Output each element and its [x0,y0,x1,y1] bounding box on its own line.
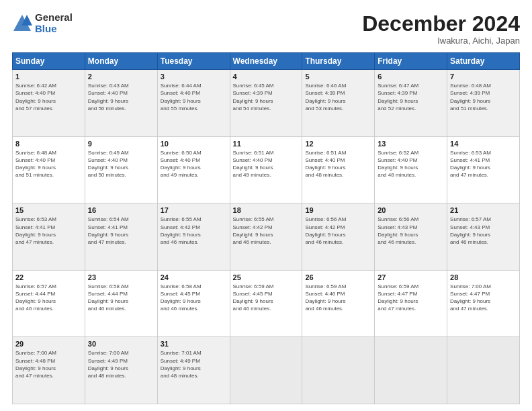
day-number: 3 [161,73,227,81]
day-number: 30 [88,340,154,348]
day-number: 2 [88,73,154,81]
day-number: 29 [15,340,82,348]
logo-general: General [35,12,73,24]
day-number: 20 [378,206,444,214]
col-tuesday: Tuesday [157,53,230,70]
month-title: December 2024 [362,12,520,36]
day-info: Sunrise: 6:51 AM Sunset: 4:40 PM Dayligh… [233,149,300,179]
day-info: Sunrise: 6:52 AM Sunset: 4:40 PM Dayligh… [378,149,444,179]
day-number: 16 [88,206,154,214]
day-info: Sunrise: 6:46 AM Sunset: 4:39 PM Dayligh… [305,82,371,112]
day-info: Sunrise: 6:51 AM Sunset: 4:40 PM Dayligh… [305,149,371,179]
day-number: 21 [450,206,517,214]
day-number: 24 [161,273,227,281]
day-number: 27 [378,273,444,281]
logo: General Blue [12,12,73,34]
day-number: 23 [88,273,154,281]
day-number: 12 [305,140,371,148]
day-info: Sunrise: 6:55 AM Sunset: 4:42 PM Dayligh… [161,216,227,246]
day-number: 1 [15,73,82,81]
day-info: Sunrise: 7:00 AM Sunset: 4:49 PM Dayligh… [88,349,154,379]
day-info: Sunrise: 6:56 AM Sunset: 4:42 PM Dayligh… [305,216,371,246]
day-info: Sunrise: 6:53 AM Sunset: 4:41 PM Dayligh… [15,216,82,246]
logo-text: General Blue [35,12,73,34]
day-info: Sunrise: 6:55 AM Sunset: 4:42 PM Dayligh… [233,216,300,246]
day-info: Sunrise: 6:48 AM Sunset: 4:40 PM Dayligh… [15,149,82,179]
day-info: Sunrise: 6:53 AM Sunset: 4:41 PM Dayligh… [450,149,517,179]
table-row: 31Sunrise: 7:01 AM Sunset: 4:49 PM Dayli… [157,337,230,404]
table-row: 19Sunrise: 6:56 AM Sunset: 4:42 PM Dayli… [302,203,375,271]
table-row: 30Sunrise: 7:00 AM Sunset: 4:49 PM Dayli… [85,337,157,404]
table-row: 28Sunrise: 7:00 AM Sunset: 4:47 PM Dayli… [447,270,520,337]
table-row: 18Sunrise: 6:55 AM Sunset: 4:42 PM Dayli… [230,203,302,271]
day-info: Sunrise: 6:59 AM Sunset: 4:45 PM Dayligh… [233,283,300,313]
table-row: 24Sunrise: 6:58 AM Sunset: 4:45 PM Dayli… [157,270,230,337]
day-info: Sunrise: 6:56 AM Sunset: 4:43 PM Dayligh… [378,216,444,246]
col-thursday: Thursday [302,53,375,70]
day-number: 10 [161,140,227,148]
calendar-row: 29Sunrise: 7:00 AM Sunset: 4:48 PM Dayli… [13,337,520,404]
col-friday: Friday [375,53,447,70]
day-number: 18 [233,206,300,214]
day-info: Sunrise: 6:42 AM Sunset: 4:40 PM Dayligh… [15,82,82,112]
table-row: 14Sunrise: 6:53 AM Sunset: 4:41 PM Dayli… [447,136,520,203]
day-number: 19 [305,206,371,214]
table-row: 15Sunrise: 6:53 AM Sunset: 4:41 PM Dayli… [13,203,85,271]
day-info: Sunrise: 6:54 AM Sunset: 4:41 PM Dayligh… [88,216,154,246]
day-info: Sunrise: 7:01 AM Sunset: 4:49 PM Dayligh… [161,349,227,379]
day-number: 25 [233,273,300,281]
col-wednesday: Wednesday [230,53,302,70]
table-row: 23Sunrise: 6:58 AM Sunset: 4:44 PM Dayli… [85,270,157,337]
day-number: 4 [233,73,300,81]
day-info: Sunrise: 7:00 AM Sunset: 4:47 PM Dayligh… [450,283,517,313]
table-row: 17Sunrise: 6:55 AM Sunset: 4:42 PM Dayli… [157,203,230,271]
day-number: 15 [15,206,82,214]
day-number: 26 [305,273,371,281]
day-info: Sunrise: 6:59 AM Sunset: 4:47 PM Dayligh… [378,283,444,313]
day-info: Sunrise: 6:45 AM Sunset: 4:39 PM Dayligh… [233,82,300,112]
table-row: 4Sunrise: 6:45 AM Sunset: 4:39 PM Daylig… [230,70,302,137]
calendar-table: Sunday Monday Tuesday Wednesday Thursday… [12,52,520,404]
day-number: 5 [305,73,371,81]
day-info: Sunrise: 7:00 AM Sunset: 4:48 PM Dayligh… [15,349,82,379]
title-block: December 2024 Iwakura, Aichi, Japan [362,12,520,46]
location-subtitle: Iwakura, Aichi, Japan [362,36,520,46]
table-row [375,337,447,404]
table-row: 1Sunrise: 6:42 AM Sunset: 4:40 PM Daylig… [13,70,85,137]
day-info: Sunrise: 6:49 AM Sunset: 4:40 PM Dayligh… [88,149,154,179]
day-number: 28 [450,273,517,281]
table-row: 9Sunrise: 6:49 AM Sunset: 4:40 PM Daylig… [85,136,157,203]
day-info: Sunrise: 6:58 AM Sunset: 4:44 PM Dayligh… [88,283,154,313]
table-row: 13Sunrise: 6:52 AM Sunset: 4:40 PM Dayli… [375,136,447,203]
day-info: Sunrise: 6:58 AM Sunset: 4:45 PM Dayligh… [161,283,227,313]
table-row: 20Sunrise: 6:56 AM Sunset: 4:43 PM Dayli… [375,203,447,271]
day-number: 14 [450,140,517,148]
table-row: 8Sunrise: 6:48 AM Sunset: 4:40 PM Daylig… [13,136,85,203]
table-row [230,337,302,404]
header: General Blue December 2024 Iwakura, Aich… [12,12,520,46]
day-number: 31 [161,340,227,348]
day-info: Sunrise: 6:43 AM Sunset: 4:40 PM Dayligh… [88,82,154,112]
table-row: 5Sunrise: 6:46 AM Sunset: 4:39 PM Daylig… [302,70,375,137]
day-number: 8 [15,140,82,148]
day-info: Sunrise: 6:48 AM Sunset: 4:39 PM Dayligh… [450,82,517,112]
logo-blue: Blue [35,24,73,35]
header-row: Sunday Monday Tuesday Wednesday Thursday… [13,53,520,70]
table-row: 12Sunrise: 6:51 AM Sunset: 4:40 PM Dayli… [302,136,375,203]
day-number: 7 [450,73,517,81]
table-row [302,337,375,404]
col-sunday: Sunday [13,53,85,70]
day-info: Sunrise: 6:44 AM Sunset: 4:40 PM Dayligh… [161,82,227,112]
page: General Blue December 2024 Iwakura, Aich… [0,0,532,411]
day-info: Sunrise: 6:59 AM Sunset: 4:46 PM Dayligh… [305,283,371,313]
day-number: 9 [88,140,154,148]
col-saturday: Saturday [447,53,520,70]
day-number: 17 [161,206,227,214]
table-row: 7Sunrise: 6:48 AM Sunset: 4:39 PM Daylig… [447,70,520,137]
day-number: 13 [378,140,444,148]
table-row: 26Sunrise: 6:59 AM Sunset: 4:46 PM Dayli… [302,270,375,337]
table-row: 27Sunrise: 6:59 AM Sunset: 4:47 PM Dayli… [375,270,447,337]
day-info: Sunrise: 6:47 AM Sunset: 4:39 PM Dayligh… [378,82,444,112]
day-info: Sunrise: 6:57 AM Sunset: 4:44 PM Dayligh… [15,283,82,313]
calendar-row: 15Sunrise: 6:53 AM Sunset: 4:41 PM Dayli… [13,203,520,271]
